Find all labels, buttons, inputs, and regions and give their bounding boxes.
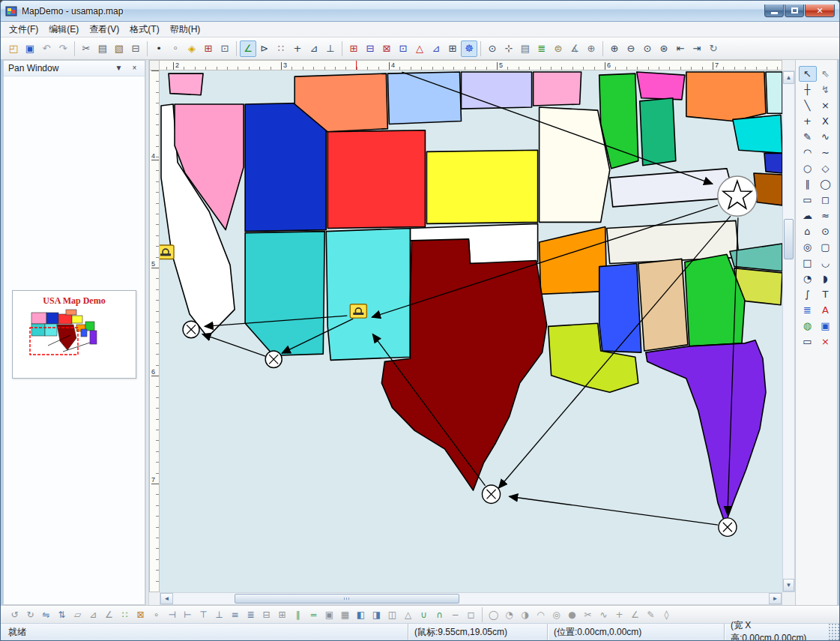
save-icon[interactable]: ▣	[22, 40, 38, 57]
scribble-tool-icon[interactable]: ≈	[817, 208, 835, 223]
minimize-button[interactable]	[764, 4, 784, 17]
open-icon[interactable]: ◰	[5, 40, 22, 57]
select-special-icon[interactable]: ⇖	[817, 66, 835, 82]
lightning-trace-icon[interactable]: ↯	[817, 82, 835, 97]
state-top-pink[interactable]	[169, 73, 203, 95]
lock-icon[interactable]: ⊠	[133, 607, 148, 622]
align-top-icon[interactable]: ⊤	[196, 607, 211, 622]
zoom-out-icon[interactable]: ⊖	[623, 40, 639, 57]
pick-object-icon[interactable]: ⊳	[256, 40, 273, 57]
select-cursor-icon[interactable]: ↖	[799, 66, 817, 82]
align-bottom-icon[interactable]: ⊥	[211, 607, 227, 622]
pencil-tool-icon[interactable]: ✎	[799, 129, 817, 145]
skew-icon[interactable]: ▱	[70, 607, 85, 622]
ring-tool-icon[interactable]: ◎	[799, 239, 817, 255]
scroll-left-icon[interactable]: ◄	[160, 593, 173, 604]
state-virginia[interactable]	[733, 115, 782, 153]
arc-tool-icon[interactable]: ◠	[799, 145, 817, 160]
arc-shape-icon[interactable]: ◠	[533, 607, 549, 622]
yellow-marker-symbol[interactable]	[160, 245, 174, 259]
ellipse-shape-icon[interactable]: ◯	[486, 607, 501, 622]
zoom-window-icon[interactable]: ⊙	[484, 40, 501, 57]
rotate-angle-icon[interactable]: ∠	[101, 607, 117, 622]
combine-icon[interactable]: ◫	[384, 607, 400, 622]
rotate-left-icon[interactable]: ↺	[7, 607, 22, 622]
transform-icon[interactable]: ⊕	[583, 40, 599, 57]
snap-point-icon[interactable]: +	[289, 40, 306, 57]
horizontal-scroll-thumb[interactable]	[235, 594, 459, 604]
measure-angle-icon[interactable]: ∠	[240, 40, 256, 57]
intersect-icon[interactable]: ∩	[432, 607, 447, 622]
paste-icon[interactable]: ▧	[111, 40, 127, 57]
callout-tool-icon[interactable]: ▭	[799, 192, 817, 208]
pane-close-icon[interactable]: ×	[129, 63, 140, 74]
pane-menu-icon[interactable]: ▼	[113, 63, 124, 74]
ungroup-icon[interactable]: ▦	[337, 607, 353, 622]
pie-shape-icon[interactable]: ◔	[501, 607, 517, 622]
wave-icon[interactable]: ∿	[596, 607, 611, 622]
erase-cross-icon[interactable]: ×	[817, 97, 835, 113]
oval-tool-icon[interactable]: ⊙	[817, 223, 835, 239]
circle-tool-icon[interactable]: ○	[799, 160, 817, 176]
map-thumbnail[interactable]: USA Map Demo	[12, 290, 136, 379]
angle-measure-icon[interactable]: ∠	[627, 607, 643, 622]
close-button[interactable]: ✕	[805, 4, 835, 17]
state-indiana[interactable]	[640, 98, 676, 166]
ring-shape-icon[interactable]: ◎	[549, 607, 564, 622]
arc-lower-tool-icon[interactable]: ◡	[817, 255, 835, 271]
menu-edit[interactable]: 编辑(E)	[43, 22, 84, 37]
yellow-marker-symbol[interactable]	[350, 304, 366, 318]
pie-tool-icon[interactable]: ◔	[799, 271, 817, 286]
outline-icon[interactable]: ◻	[463, 607, 479, 622]
state-corner-cyan[interactable]	[766, 72, 782, 113]
send-back-icon[interactable]: ◨	[369, 607, 384, 622]
rect-tool-icon[interactable]: □	[799, 255, 817, 271]
rounded-rect-tool-icon[interactable]: ▢	[817, 239, 835, 255]
globe-icon[interactable]: ◍	[799, 318, 817, 334]
cell-symbol-icon[interactable]: ◈	[184, 40, 200, 57]
freehand-tool-icon[interactable]: ∿	[817, 129, 835, 145]
state-kansas[interactable]	[426, 150, 537, 223]
dot-shape-icon[interactable]: ●	[564, 607, 580, 622]
point-symbol-icon[interactable]: •	[151, 40, 167, 57]
menu-file[interactable]: 文件(F)	[4, 22, 43, 37]
map-canvas[interactable]	[160, 70, 782, 592]
select-region-icon[interactable]: ⊿	[428, 40, 444, 57]
maximize-button[interactable]	[785, 4, 804, 17]
flip-vertical-icon[interactable]: ⇅	[54, 607, 70, 622]
state-missouri[interactable]	[540, 107, 610, 222]
circle-node-symbol[interactable]	[483, 485, 501, 504]
state-brown[interactable]	[754, 173, 782, 205]
statistics-icon[interactable]: ∡	[566, 40, 583, 57]
merge-region-icon[interactable]: ⊠	[378, 40, 395, 57]
node-snap-icon[interactable]: ∘	[148, 607, 164, 622]
state-mississippi[interactable]	[599, 264, 641, 353]
vertical-scroll-thumb[interactable]	[784, 219, 794, 259]
refresh-view-icon[interactable]: ↻	[705, 40, 722, 57]
state-alabama[interactable]	[638, 259, 688, 351]
polygon-tool-icon[interactable]: ⌂	[799, 223, 817, 239]
previous-view-icon[interactable]: ⇤	[672, 40, 689, 57]
chord-tool-icon[interactable]: ◗	[817, 271, 835, 286]
state-lavender[interactable]	[461, 72, 531, 109]
delete-vertex-icon[interactable]: X	[817, 113, 835, 129]
polyline-edit-icon[interactable]: ⊿	[306, 40, 322, 57]
pen-icon[interactable]: ✎	[643, 607, 659, 622]
vehicle-symbol-icon[interactable]: ⊞	[200, 40, 217, 57]
state-utah[interactable]	[245, 103, 326, 232]
pan-hand-icon[interactable]: ⊹	[501, 40, 517, 57]
clip-region-icon[interactable]: ⊞	[345, 40, 362, 57]
scissors-icon[interactable]: ✂	[580, 607, 596, 622]
union-icon[interactable]: ∪	[416, 607, 432, 622]
delete-tool-icon[interactable]: ×	[817, 334, 835, 349]
lozenge-icon[interactable]: ◊	[659, 607, 674, 622]
chord-shape-icon[interactable]: ◑	[517, 607, 533, 622]
state-new-mexico[interactable]	[326, 229, 410, 361]
cloud-tool-icon[interactable]: ☁	[799, 208, 817, 223]
snap-plus-icon[interactable]: +	[611, 607, 627, 622]
diamond-tool-icon[interactable]: ◇	[817, 160, 835, 176]
text-tool-icon[interactable]: T	[817, 286, 835, 302]
bring-front-icon[interactable]: ◧	[353, 607, 369, 622]
align-right-icon[interactable]: ⊢	[180, 607, 196, 622]
array-icon[interactable]: ∷	[117, 607, 133, 622]
